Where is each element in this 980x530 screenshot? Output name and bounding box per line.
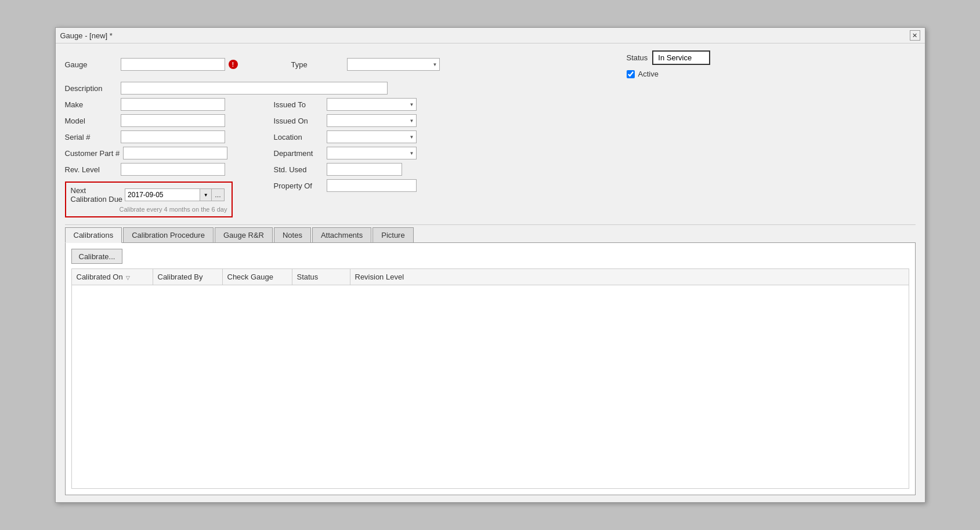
department-select[interactable] (327, 147, 417, 159)
tabs-section: Calibrations Calibration Procedure Gauge… (65, 224, 916, 495)
sort-icon-calibrated-on: ▽ (126, 275, 130, 281)
property-of-input[interactable] (327, 179, 417, 192)
issued-on-wrapper[interactable] (327, 114, 417, 127)
col-calibrated-on: Calibrated On ▽ (72, 269, 153, 285)
status-section: Status In Service Active (615, 50, 916, 78)
col-status: Status (292, 269, 350, 285)
tabs-bar: Calibrations Calibration Procedure Gauge… (65, 225, 916, 243)
property-of-label: Property Of (274, 181, 323, 190)
calibrations-table: Calibrated On ▽ Calibrated By Check Gaug… (71, 268, 909, 489)
rev-level-input[interactable] (121, 163, 225, 176)
col-revision-level: Revision Level (350, 269, 909, 285)
cal-hint: Calibrate every 4 months on the 6 day (71, 206, 227, 213)
issued-on-select[interactable] (327, 114, 417, 127)
required-icon: ! (229, 60, 238, 69)
location-wrapper[interactable] (327, 130, 417, 143)
location-label: Location (274, 133, 323, 141)
status-label: Status (627, 53, 648, 62)
date-dropdown-btn[interactable]: ▼ (200, 188, 212, 201)
std-used-label: Std. Used (274, 165, 323, 174)
tab-gauge-rr[interactable]: Gauge R&R (215, 227, 273, 242)
model-input[interactable] (121, 114, 225, 127)
tab-calibrations[interactable]: Calibrations (65, 227, 122, 243)
right-column (460, 98, 916, 217)
active-checkbox[interactable] (627, 70, 635, 78)
next-cal-date-input[interactable]: 2017-09-05 (125, 188, 200, 201)
std-used-field-row: Std. Used (274, 163, 448, 176)
tab-picture[interactable]: Picture (373, 227, 413, 242)
main-window: Gauge - [new] * ✕ Gauge ! Type Status (55, 27, 925, 503)
window-title: Gauge - [new] * (60, 31, 113, 40)
calibrate-button[interactable]: Calibrate... (71, 249, 123, 264)
type-select[interactable] (347, 58, 440, 71)
issued-to-label: Issued To (274, 100, 323, 109)
gauge-label: Gauge (65, 60, 117, 69)
table-header: Calibrated On ▽ Calibrated By Check Gaug… (72, 269, 909, 285)
description-label: Description (65, 84, 117, 93)
description-input[interactable] (121, 82, 388, 95)
customer-part-label: Customer Part # (65, 149, 120, 158)
status-row: Status In Service (627, 50, 916, 65)
gauge-input[interactable] (121, 58, 225, 71)
customer-part-field-row: Customer Part # (65, 147, 262, 159)
next-cal-row: NextCalibration Due 2017-09-05 ▼ … (71, 186, 227, 204)
next-cal-section: NextCalibration Due 2017-09-05 ▼ … Calib… (65, 181, 262, 217)
type-label: Type (291, 60, 343, 69)
issued-on-label: Issued On (274, 117, 323, 125)
std-used-input[interactable] (327, 163, 402, 176)
active-label: Active (638, 70, 659, 78)
tab-content-calibrations: Calibrate... Calibrated On ▽ Calibrated … (65, 243, 916, 495)
rev-level-field-row: Rev. Level (65, 163, 262, 176)
date-input-wrapper: 2017-09-05 ▼ … (125, 188, 225, 201)
tab-calibration-procedure[interactable]: Calibration Procedure (123, 227, 214, 242)
serial-label: Serial # (65, 133, 117, 141)
location-field-row: Location (274, 130, 448, 143)
next-cal-box: NextCalibration Due 2017-09-05 ▼ … Calib… (65, 181, 233, 217)
middle-column: Issued To Issued On (274, 98, 448, 217)
close-button[interactable]: ✕ (910, 30, 920, 41)
tab-attachments[interactable]: Attachments (312, 227, 371, 242)
issued-to-field-row: Issued To (274, 98, 448, 111)
col-calibrated-by: Calibrated By (153, 269, 223, 285)
issued-on-field-row: Issued On (274, 114, 448, 127)
department-field-row: Department (274, 147, 448, 159)
gauge-field-row: Gauge ! (65, 50, 268, 78)
department-wrapper[interactable] (327, 147, 417, 159)
active-checkbox-label[interactable]: Active (627, 70, 659, 78)
make-label: Make (65, 100, 117, 109)
type-field-row: Type (291, 50, 592, 78)
main-form-grid: Make Model Serial # Customer Part # Rev.… (65, 98, 916, 217)
next-cal-label: NextCalibration Due (71, 186, 123, 204)
left-column: Make Model Serial # Customer Part # Rev.… (65, 98, 262, 217)
make-field-row: Make (65, 98, 262, 111)
serial-input[interactable] (121, 130, 225, 143)
date-picker-btn[interactable]: … (212, 188, 225, 201)
description-field-row: Description (65, 82, 916, 95)
type-select-wrapper[interactable] (347, 58, 440, 71)
tab-notes[interactable]: Notes (274, 227, 311, 242)
rev-level-label: Rev. Level (65, 165, 117, 174)
issued-to-select[interactable] (327, 98, 417, 111)
serial-field-row: Serial # (65, 130, 262, 143)
form-content: Gauge ! Type Status In Service (56, 43, 925, 502)
top-form-row: Gauge ! Type Status In Service (65, 50, 916, 78)
title-bar: Gauge - [new] * ✕ (56, 28, 925, 43)
property-of-field-row: Property Of (274, 179, 448, 192)
department-label: Department (274, 149, 323, 158)
issued-to-wrapper[interactable] (327, 98, 417, 111)
table-body (72, 285, 909, 488)
col-check-gauge: Check Gauge (223, 269, 292, 285)
status-value: In Service (652, 50, 710, 65)
model-field-row: Model (65, 114, 262, 127)
location-select[interactable] (327, 130, 417, 143)
model-label: Model (65, 117, 117, 125)
active-row: Active (627, 70, 916, 78)
make-input[interactable] (121, 98, 225, 111)
customer-part-input[interactable] (123, 147, 227, 159)
